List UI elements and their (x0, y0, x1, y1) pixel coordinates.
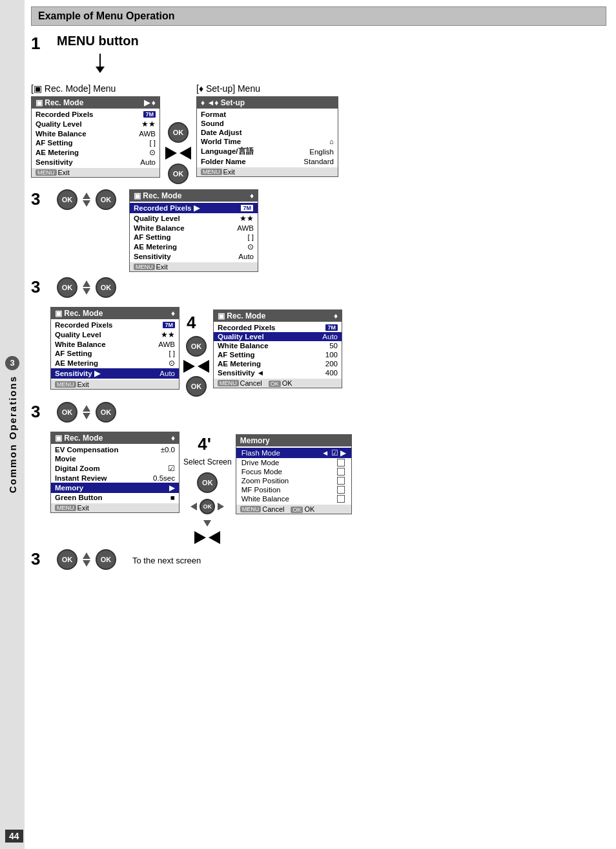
memory-row: Drive Mode (236, 458, 351, 467)
flash-mode-label: Flash Mode (241, 449, 280, 457)
down-arrow-icon (83, 413, 90, 419)
ok-label-2: OK (304, 505, 314, 513)
row-label: Sensitivity ▶ (55, 369, 100, 378)
memory-body: Flash Mode ◄ ☑ ▶ Drive Mode Focus Mode Z… (236, 446, 351, 505)
step2-section: [▣ Rec. Mode] Menu ▣ Rec. Mode ▶ ♦ Recor… (31, 83, 606, 184)
page-title: Example of Menu Operation (31, 6, 606, 26)
rec-mode-header-text-3: ▣ Rec. Mode (55, 309, 103, 318)
step3b-nav: OK OK (57, 277, 116, 298)
row-label: Quality Level (218, 333, 264, 341)
down-arrow-icon (83, 200, 90, 207)
menu-row: Instant Review 0.5sec (51, 474, 179, 483)
row-label: Movie (55, 455, 76, 463)
menu-row: White Balance AWB (32, 129, 159, 138)
step1-label: MENU button (57, 34, 139, 48)
menu-row: White Balance 50 (214, 341, 342, 350)
ok-button-left[interactable]: OK (57, 277, 77, 298)
arrow-right-icon (194, 531, 206, 544)
row-value: 50 (329, 342, 338, 350)
menu-key: MENU (55, 505, 76, 511)
row-value: 0.5sec (153, 474, 175, 482)
menu-key: MENU (36, 169, 57, 176)
ok-button-step4-top[interactable]: OK (186, 336, 207, 357)
flash-mode-value: ◄ ☑ ▶ (322, 448, 346, 457)
menu-row: Sensitivity Auto (32, 158, 159, 167)
menu-key: MENU (240, 506, 262, 512)
left-arrow-icon (190, 503, 197, 510)
step1-content: MENU button (57, 34, 139, 78)
ok-label: OK (282, 379, 293, 387)
down-arrow-icon (83, 560, 90, 567)
rec-mode-header-icon-1: ▶ ♦ (144, 98, 156, 107)
row-value: Auto (238, 253, 254, 260)
row-value: ▶ (169, 483, 175, 492)
rec-mode-body-4: Recorded Pixels 7M Quality Level Auto Wh… (214, 322, 342, 379)
ok-key-2: OK (291, 505, 303, 513)
checkbox (337, 468, 345, 476)
step4p-lr-arrows (194, 531, 220, 544)
row-label: Language/言語 (201, 147, 254, 156)
row-value: ★★ (141, 120, 156, 129)
updown-arrows (83, 405, 90, 419)
ok-button-right[interactable]: OK (96, 189, 116, 210)
row-label: Recorded Pixels (55, 321, 112, 329)
row-value: 200 (325, 360, 338, 368)
rec-mode-box-1: ▣ Rec. Mode ▶ ♦ Recorded Pixels 7M Quali… (31, 96, 160, 178)
7m-badge: 7M (163, 322, 175, 328)
ok-button-left[interactable]: OK (57, 189, 77, 210)
ok-button-step2-bottom[interactable]: OK (168, 163, 189, 184)
ok-button-center[interactable]: OK (200, 499, 215, 514)
ok-button-step2-top[interactable]: OK (168, 122, 189, 143)
ok-button-left[interactable]: OK (57, 549, 77, 570)
exit-label: Exit (77, 504, 89, 512)
row-label: Drive Mode (241, 459, 280, 466)
updown-arrows (83, 552, 90, 567)
row-value: Standard (303, 158, 334, 165)
step4-connector: 4 OK OK (183, 313, 209, 397)
ok-button-right[interactable]: OK (96, 402, 116, 423)
checkbox (337, 486, 345, 494)
ok-button-step4-bottom[interactable]: OK (186, 376, 207, 397)
up-arrow-icon (83, 552, 90, 559)
row-value: Auto (322, 333, 338, 341)
menu-row: EV Compensation ±0.0 (51, 445, 179, 454)
ok-button-right[interactable]: OK (96, 277, 116, 298)
page-number: 44 (5, 830, 23, 843)
row-label: Recorded Pixels (218, 324, 275, 331)
menu-row: Date Adjust (197, 128, 338, 137)
row-label: AF Setting (36, 139, 73, 147)
menu-row: Quality Level ★★ (130, 213, 258, 224)
exit-label: Exit (156, 263, 168, 271)
step1-number: 1 (31, 34, 50, 54)
menu-row: Folder Name Standard (197, 157, 338, 166)
row-label: AE Metering (55, 359, 98, 367)
memory-box: Memory Flash Mode ◄ ☑ ▶ Drive Mode Focus… (236, 434, 352, 514)
ok-button-left[interactable]: OK (57, 402, 77, 423)
setup-header-text: ♦ ◄♦ Set-up (201, 98, 245, 107)
row-label: Sensitivity ◄ (218, 369, 264, 377)
up-arrow-icon (83, 280, 90, 287)
menu-row: Recorded Pixels 7M (32, 110, 159, 119)
exit-label: Exit (58, 169, 70, 176)
row-label: AF Setting (134, 233, 171, 241)
row-value: ■ (170, 494, 175, 501)
menu-row: AF Setting [ ] (51, 349, 179, 358)
menu-row: AE Metering ⊙ (130, 242, 258, 252)
rec-mode-header-icon-3: ♦ (171, 309, 175, 318)
rec-mode-box-2: ▣ Rec. Mode ♦ Recorded Pixels ▶ 7M Quali… (129, 189, 258, 272)
setup-menu-label: [♦ Set-up] Menu (196, 83, 260, 94)
memory-row: Zoom Position (236, 476, 351, 485)
step4-nav-arrows (183, 360, 209, 373)
setup-box: ♦ ◄♦ Set-up Format Sound Date Adjust Wor… (196, 96, 338, 177)
rec-mode-footer-4: MENU Cancel OK OK (214, 379, 342, 388)
updown-arrows (83, 280, 90, 295)
row-label: MF Position (241, 486, 281, 494)
ok-button-right[interactable]: OK (96, 549, 116, 570)
menu-row: Quality Level Auto (214, 332, 342, 341)
rec-mode-header-text-2: ▣ Rec. Mode (134, 191, 181, 200)
memory-footer: MENU Cancel OK OK (236, 505, 351, 514)
ok-button-step4p-top[interactable]: OK (197, 472, 218, 493)
right-arrow-icon (218, 503, 224, 510)
row-label: AF Setting (55, 350, 92, 357)
setup-header: ♦ ◄♦ Set-up (197, 97, 338, 109)
